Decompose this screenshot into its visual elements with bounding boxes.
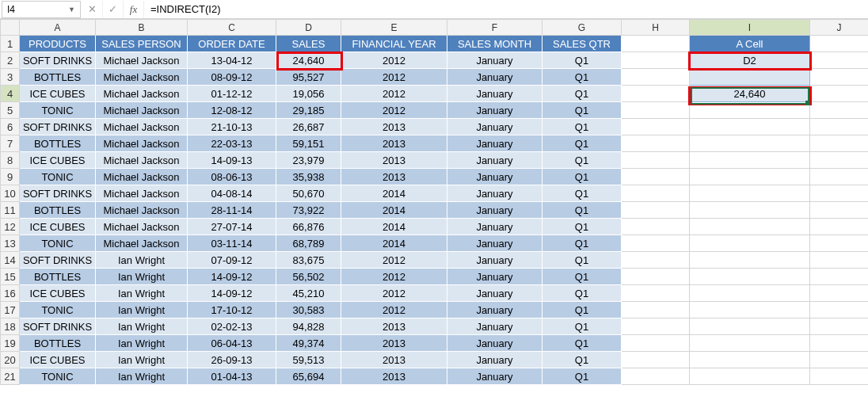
cell[interactable]: Ian Wright xyxy=(96,252,188,269)
cell[interactable] xyxy=(690,169,810,185)
cell[interactable]: 49,374 xyxy=(276,335,341,352)
cell[interactable]: January xyxy=(447,269,542,285)
cell[interactable] xyxy=(622,152,690,169)
cell[interactable]: BOTTLES xyxy=(20,269,96,285)
cell[interactable]: 04-08-14 xyxy=(188,185,276,202)
cell[interactable]: 06-04-13 xyxy=(188,335,276,352)
cell[interactable]: Q1 xyxy=(542,169,622,185)
cell[interactable]: 12-08-12 xyxy=(188,102,276,119)
cell[interactable] xyxy=(690,302,810,318)
cell[interactable]: 2013 xyxy=(341,119,447,135)
cell[interactable] xyxy=(622,169,690,185)
cell[interactable]: A Cell xyxy=(690,36,810,52)
cell[interactable]: 73,922 xyxy=(276,202,341,219)
cell[interactable]: 2013 xyxy=(341,352,447,368)
row-header[interactable]: 10 xyxy=(1,185,20,202)
cell[interactable]: SOFT DRINKS xyxy=(20,119,96,135)
cell[interactable]: 2012 xyxy=(341,285,447,302)
cell[interactable]: 2012 xyxy=(341,302,447,318)
cell[interactable]: Ian Wright xyxy=(96,302,188,318)
cell[interactable] xyxy=(690,252,810,269)
cell[interactable]: D2 xyxy=(690,52,810,69)
cell[interactable]: 03-11-14 xyxy=(188,235,276,252)
cell[interactable]: Q1 xyxy=(542,235,622,252)
cell[interactable]: Q1 xyxy=(542,119,622,135)
cell[interactable]: BOTTLES xyxy=(20,335,96,352)
cell[interactable] xyxy=(690,219,810,235)
cell[interactable]: Q1 xyxy=(542,152,622,169)
cell[interactable]: 01-04-13 xyxy=(188,368,276,385)
cell[interactable]: 2014 xyxy=(341,202,447,219)
cell[interactable] xyxy=(810,335,869,352)
cell[interactable]: 2014 xyxy=(341,185,447,202)
cell[interactable]: 24,640 xyxy=(690,86,810,102)
cell[interactable] xyxy=(690,285,810,302)
row-header[interactable]: 20 xyxy=(1,352,20,368)
col-header-D[interactable]: D xyxy=(276,20,341,36)
cell[interactable] xyxy=(690,102,810,119)
cell[interactable]: Michael Jackson xyxy=(96,86,188,102)
cell[interactable]: 2013 xyxy=(341,169,447,185)
cell[interactable]: 35,938 xyxy=(276,169,341,185)
cell[interactable]: TONIC xyxy=(20,102,96,119)
cell[interactable]: Michael Jackson xyxy=(96,169,188,185)
cell[interactable] xyxy=(690,152,810,169)
cell[interactable] xyxy=(622,202,690,219)
fx-button[interactable]: fx xyxy=(124,1,144,18)
cell[interactable]: Q1 xyxy=(542,86,622,102)
cell[interactable]: 68,789 xyxy=(276,235,341,252)
cell[interactable] xyxy=(810,368,869,385)
cell[interactable]: 59,151 xyxy=(276,135,341,152)
cell[interactable]: 2012 xyxy=(341,52,447,69)
cell[interactable]: Q1 xyxy=(542,368,622,385)
cell[interactable]: SALES QTR xyxy=(542,36,622,52)
row-header[interactable]: 2 xyxy=(1,52,20,69)
chevron-down-icon[interactable]: ▼ xyxy=(68,6,75,13)
cell[interactable]: TONIC xyxy=(20,169,96,185)
cell[interactable] xyxy=(622,36,690,52)
cell[interactable]: 95,527 xyxy=(276,69,341,86)
cell[interactable] xyxy=(690,135,810,152)
cell[interactable]: TONIC xyxy=(20,302,96,318)
cell[interactable]: 14-09-12 xyxy=(188,269,276,285)
cell[interactable]: 2012 xyxy=(341,252,447,269)
row-header[interactable]: 14 xyxy=(1,252,20,269)
cell[interactable] xyxy=(622,352,690,368)
cell[interactable] xyxy=(810,52,869,69)
cell[interactable]: Ian Wright xyxy=(96,269,188,285)
cell[interactable]: 2014 xyxy=(341,235,447,252)
cell[interactable]: TONIC xyxy=(20,235,96,252)
col-header-J[interactable]: J xyxy=(810,20,869,36)
cell[interactable] xyxy=(622,185,690,202)
cell[interactable] xyxy=(810,102,869,119)
cell[interactable] xyxy=(810,169,869,185)
cell[interactable]: January xyxy=(447,102,542,119)
cell[interactable]: January xyxy=(447,119,542,135)
cell[interactable]: Michael Jackson xyxy=(96,219,188,235)
cell[interactable]: Q1 xyxy=(542,69,622,86)
cell[interactable]: Michael Jackson xyxy=(96,102,188,119)
cell[interactable]: 45,210 xyxy=(276,285,341,302)
cell[interactable]: Michael Jackson xyxy=(96,69,188,86)
row-header[interactable]: 12 xyxy=(1,219,20,235)
cell[interactable] xyxy=(690,185,810,202)
row-header[interactable]: 15 xyxy=(1,269,20,285)
row-header[interactable]: 7 xyxy=(1,135,20,152)
cell[interactable]: Q1 xyxy=(542,102,622,119)
cell[interactable] xyxy=(622,252,690,269)
cell[interactable] xyxy=(622,335,690,352)
cell[interactable]: January xyxy=(447,302,542,318)
cell[interactable] xyxy=(810,219,869,235)
cell[interactable]: 14-09-12 xyxy=(188,285,276,302)
cell[interactable]: BOTTLES xyxy=(20,202,96,219)
cell[interactable]: 08-09-12 xyxy=(188,69,276,86)
cell[interactable] xyxy=(810,352,869,368)
cell[interactable]: 66,876 xyxy=(276,219,341,235)
cell[interactable]: Q1 xyxy=(542,285,622,302)
cell[interactable] xyxy=(690,352,810,368)
cell[interactable]: January xyxy=(447,169,542,185)
cell[interactable]: Michael Jackson xyxy=(96,135,188,152)
cell[interactable]: 50,670 xyxy=(276,185,341,202)
cell[interactable] xyxy=(810,185,869,202)
cell[interactable]: 19,056 xyxy=(276,86,341,102)
